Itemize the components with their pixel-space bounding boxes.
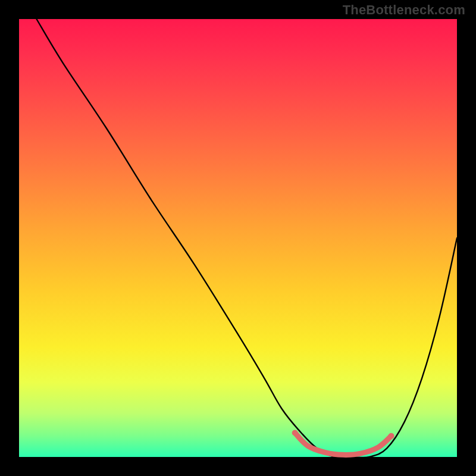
watermark-text: TheBottleneck.com	[343, 2, 465, 18]
plot-area	[19, 19, 457, 457]
highlight-segment	[295, 433, 392, 455]
bottleneck-curve	[36, 19, 457, 458]
highlight-endpoints	[292, 430, 394, 439]
curve-svg	[19, 19, 457, 457]
highlight-dot	[292, 430, 298, 436]
highlight-dot	[389, 433, 394, 439]
chart-frame: TheBottleneck.com	[0, 0, 476, 476]
